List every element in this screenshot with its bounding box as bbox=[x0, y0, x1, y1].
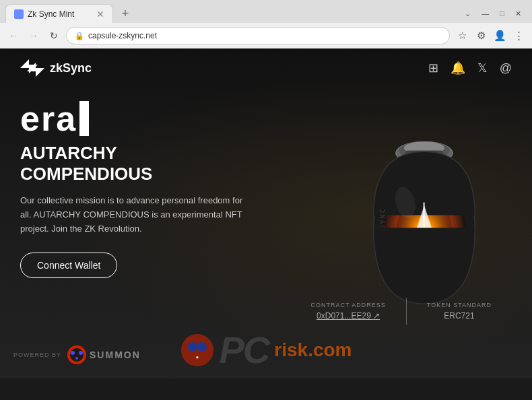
minimize-button[interactable]: — bbox=[479, 8, 492, 19]
menu-icon[interactable]: ⋮ bbox=[510, 28, 527, 44]
contract-label: CONTRACT ADDRESS bbox=[310, 302, 385, 308]
extension-icon[interactable]: ⚙ bbox=[473, 28, 489, 44]
hero-content: era AUTARCHY COMPENDIOUS Our collective … bbox=[20, 101, 249, 278]
site-nav: zkSync ⊞ 🔔 𝕏 @ bbox=[0, 48, 532, 88]
svg-point-16 bbox=[71, 351, 75, 355]
tab-favicon-icon bbox=[14, 9, 24, 19]
new-tab-button[interactable]: + bbox=[117, 5, 133, 22]
era-cursor-block bbox=[79, 101, 89, 136]
lock-icon: 🔒 bbox=[75, 32, 84, 40]
summon-icon-svg bbox=[67, 345, 87, 365]
contract-address-value[interactable]: 0xD071...EE29 ↗ bbox=[310, 311, 385, 321]
address-bar: ← → ↻ 🔒 capsule-zskync.net ☆ ⚙ 👤 ⋮ bbox=[0, 23, 532, 48]
summon-brand-text: SUMMON bbox=[90, 349, 141, 360]
hero-description: Our collective mission is to advance per… bbox=[20, 194, 249, 236]
token-standard-value: ERC721 bbox=[427, 311, 492, 321]
powered-by-section: POWERED BY SUMMON bbox=[13, 345, 141, 365]
active-tab[interactable]: Zk Sync Mint ✕ bbox=[5, 4, 113, 23]
summon-logo: SUMMON bbox=[67, 345, 141, 365]
tab-title: Zk Sync Mint bbox=[28, 9, 92, 19]
twitter-icon[interactable]: 𝕏 bbox=[477, 61, 488, 75]
contract-info: CONTRACT ADDRESS 0xD071...EE29 ↗ TOKEN S… bbox=[290, 298, 512, 325]
close-window-button[interactable]: ✕ bbox=[512, 8, 524, 20]
social-links: ⊞ 🔔 𝕏 @ bbox=[428, 61, 512, 75]
token-label: TOKEN STANDARD bbox=[427, 302, 492, 308]
chevron-down-icon: ⌄ bbox=[462, 8, 473, 20]
hero-title: AUTARCHY COMPENDIOUS bbox=[20, 143, 249, 185]
profile-icon[interactable]: 👤 bbox=[492, 28, 508, 44]
back-button[interactable]: ← bbox=[5, 28, 22, 44]
hero-section: era AUTARCHY COMPENDIOUS Our collective … bbox=[0, 88, 532, 316]
email-icon[interactable]: @ bbox=[500, 61, 512, 75]
powered-by-label: POWERED BY bbox=[13, 352, 61, 358]
tab-bar: Zk Sync Mint ✕ + ⌄ — □ ✕ bbox=[0, 0, 532, 23]
forward-button[interactable]: → bbox=[26, 28, 42, 44]
svg-point-18 bbox=[75, 357, 78, 360]
svg-point-17 bbox=[79, 351, 83, 355]
logo-text: zkSync bbox=[50, 61, 92, 75]
nft-capsule-image: ZKSYNC bbox=[337, 101, 512, 316]
zksync-logo-icon bbox=[20, 59, 44, 77]
reload-button[interactable]: ↻ bbox=[46, 28, 62, 44]
tab-close-button[interactable]: ✕ bbox=[96, 9, 104, 19]
connect-wallet-button[interactable]: Connect Wallet bbox=[20, 253, 117, 278]
title-line1: AUTARCHY bbox=[20, 143, 249, 164]
browser-chrome: Zk Sync Mint ✕ + ⌄ — □ ✕ ← → ↻ 🔒 capsule… bbox=[0, 0, 532, 48]
era-logo: era bbox=[20, 101, 249, 136]
maximize-button[interactable]: □ bbox=[497, 8, 507, 19]
contract-address-section: CONTRACT ADDRESS 0xD071...EE29 ↗ bbox=[290, 302, 405, 321]
title-line2: COMPENDIOUS bbox=[20, 164, 249, 185]
era-text: era bbox=[20, 101, 77, 136]
website-content: zkSync ⊞ 🔔 𝕏 @ era AUTARCHY COMPENDIOUS … bbox=[0, 48, 532, 378]
window-controls: ⌄ — □ ✕ bbox=[462, 8, 527, 20]
capsule-svg: ZKSYNC bbox=[337, 101, 512, 316]
discord-icon[interactable]: ⊞ bbox=[428, 61, 438, 75]
url-text: capsule-zskync.net bbox=[88, 31, 157, 40]
site-logo: zkSync bbox=[20, 59, 92, 77]
bookmark-icon[interactable]: ☆ bbox=[454, 28, 470, 44]
notification-icon[interactable]: 🔔 bbox=[451, 61, 465, 75]
toolbar-icons: ☆ ⚙ 👤 ⋮ bbox=[454, 28, 527, 44]
url-input[interactable]: 🔒 capsule-zskync.net bbox=[66, 27, 450, 44]
token-standard-section: TOKEN STANDARD ERC721 bbox=[407, 302, 512, 321]
